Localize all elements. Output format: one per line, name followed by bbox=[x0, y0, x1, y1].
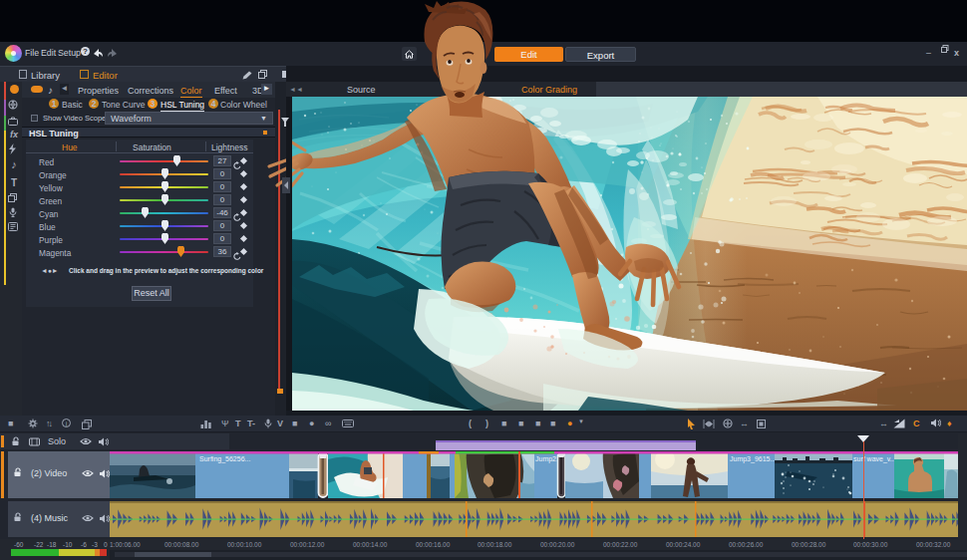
svg-text:surf wave_v...: surf wave_v... bbox=[853, 455, 896, 463]
svg-text:Surfing_56256...: Surfing_56256... bbox=[199, 455, 250, 463]
svg-text:Jump3_9615...: Jump3_9615... bbox=[730, 455, 776, 463]
svg-text:Jump2..: Jump2.. bbox=[535, 455, 560, 463]
